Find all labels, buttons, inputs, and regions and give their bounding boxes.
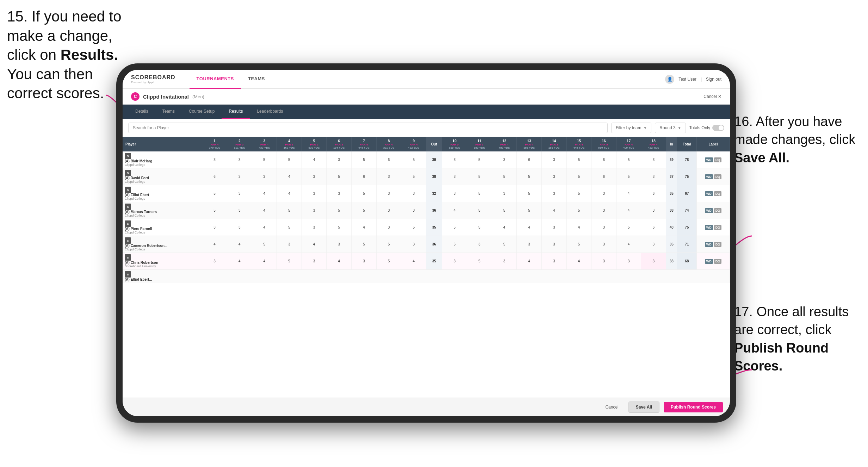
hole-score[interactable]: 3: [641, 151, 666, 168]
round-dropdown[interactable]: Round 3 ▼: [655, 123, 686, 133]
hole-score[interactable]: 5: [616, 151, 641, 168]
hole-score[interactable]: 4: [566, 219, 591, 236]
hole-score[interactable]: 3: [327, 185, 352, 202]
publish-round-scores-button[interactable]: Publish Round Scores: [664, 402, 723, 412]
hole-score[interactable]: 4: [227, 236, 252, 253]
wd-label[interactable]: WD: [705, 157, 713, 162]
hole-score[interactable]: 5: [566, 202, 591, 219]
hole-score[interactable]: 5: [401, 219, 426, 236]
hole-score[interactable]: 4: [277, 168, 302, 185]
hole-score[interactable]: 4: [352, 219, 377, 236]
dq-label[interactable]: DQ: [714, 174, 722, 179]
hole-score[interactable]: 5: [492, 168, 517, 185]
hole-score[interactable]: 4: [252, 202, 277, 219]
hole-score[interactable]: 6: [202, 168, 227, 185]
cancel-tournament-btn[interactable]: Cancel ✕: [703, 94, 721, 99]
hole-score[interactable]: 4: [517, 219, 542, 236]
hole-score[interactable]: 3: [376, 219, 401, 236]
hole-score[interactable]: 3: [376, 185, 401, 202]
hole-score[interactable]: 5: [467, 219, 492, 236]
wd-label[interactable]: WD: [705, 259, 713, 264]
hole-score[interactable]: 3: [376, 202, 401, 219]
hole-score[interactable]: 3: [401, 236, 426, 253]
wd-label[interactable]: WD: [705, 191, 713, 196]
hole-score[interactable]: 4: [252, 253, 277, 270]
tab-course-setup[interactable]: Course Setup: [182, 105, 222, 119]
hole-score[interactable]: 3: [641, 236, 666, 253]
hole-score[interactable]: 4: [202, 236, 227, 253]
dq-label[interactable]: DQ: [714, 191, 722, 196]
hole-score[interactable]: 3: [541, 168, 566, 185]
dq-label[interactable]: DQ: [714, 208, 722, 213]
hole-score[interactable]: 6: [641, 185, 666, 202]
hole-score[interactable]: 5: [566, 185, 591, 202]
wd-label[interactable]: WD: [705, 242, 713, 247]
hole-score[interactable]: 4: [252, 219, 277, 236]
hole-score[interactable]: 3: [227, 185, 252, 202]
hole-score[interactable]: 5: [327, 202, 352, 219]
hole-score[interactable]: 3: [302, 202, 327, 219]
hole-score[interactable]: 4: [616, 185, 641, 202]
hole-score[interactable]: 4: [566, 253, 591, 270]
hole-score[interactable]: 3: [442, 168, 467, 185]
hole-score[interactable]: 3: [227, 202, 252, 219]
hole-score[interactable]: 3: [541, 236, 566, 253]
hole-score[interactable]: 4: [492, 219, 517, 236]
hole-score[interactable]: 5: [277, 151, 302, 168]
hole-score[interactable]: 3: [227, 151, 252, 168]
hole-score[interactable]: 3: [641, 168, 666, 185]
hole-score[interactable]: 3: [302, 253, 327, 270]
hole-score[interactable]: 3: [327, 236, 352, 253]
hole-score[interactable]: 4: [327, 253, 352, 270]
hole-score[interactable]: 5: [616, 168, 641, 185]
hole-score[interactable]: 5: [401, 151, 426, 168]
hole-score[interactable]: 5: [352, 185, 377, 202]
hole-score[interactable]: 3: [302, 219, 327, 236]
sign-out-link[interactable]: Sign out: [706, 77, 721, 82]
hole-score[interactable]: 4: [252, 185, 277, 202]
hole-score[interactable]: 6: [517, 151, 542, 168]
hole-score[interactable]: 4: [302, 151, 327, 168]
toggle-switch[interactable]: [712, 125, 724, 131]
hole-score[interactable]: 3: [541, 185, 566, 202]
hole-score[interactable]: 5: [376, 253, 401, 270]
hole-score[interactable]: 3: [591, 185, 616, 202]
hole-score[interactable]: 3: [541, 253, 566, 270]
hole-score[interactable]: 3: [352, 253, 377, 270]
hole-score[interactable]: 3: [541, 151, 566, 168]
hole-score[interactable]: 5: [327, 219, 352, 236]
hole-score[interactable]: 4: [277, 185, 302, 202]
hole-score[interactable]: 5: [467, 168, 492, 185]
hole-score[interactable]: 5: [492, 202, 517, 219]
search-input[interactable]: [128, 123, 608, 133]
hole-score[interactable]: 3: [202, 253, 227, 270]
hole-score[interactable]: 3: [376, 168, 401, 185]
hole-score[interactable]: 5: [277, 219, 302, 236]
hole-score[interactable]: 5: [352, 236, 377, 253]
hole-score[interactable]: 5: [467, 185, 492, 202]
hole-score[interactable]: 6: [442, 236, 467, 253]
hole-score[interactable]: 4: [541, 202, 566, 219]
hole-score[interactable]: 5: [352, 202, 377, 219]
hole-score[interactable]: 3: [641, 202, 666, 219]
hole-score[interactable]: 5: [566, 236, 591, 253]
hole-score[interactable]: 3: [616, 253, 641, 270]
hole-score[interactable]: 6: [641, 219, 666, 236]
hole-score[interactable]: 5: [401, 168, 426, 185]
hole-score[interactable]: 5: [517, 202, 542, 219]
hole-score[interactable]: 6: [376, 151, 401, 168]
dq-label[interactable]: DQ: [714, 157, 722, 162]
hole-score[interactable]: 3: [591, 236, 616, 253]
hole-score[interactable]: 3: [442, 253, 467, 270]
hole-score[interactable]: 5: [467, 202, 492, 219]
hole-score[interactable]: 5: [566, 151, 591, 168]
hole-score[interactable]: 5: [467, 151, 492, 168]
hole-score[interactable]: 5: [492, 236, 517, 253]
dq-label[interactable]: DQ: [714, 259, 722, 264]
tab-leaderboards[interactable]: Leaderboards: [250, 105, 290, 119]
filter-by-team-dropdown[interactable]: Filter by team ▼: [611, 123, 652, 133]
hole-score[interactable]: 3: [641, 253, 666, 270]
hole-score[interactable]: 3: [467, 236, 492, 253]
hole-score[interactable]: 4: [442, 202, 467, 219]
hole-score[interactable]: 3: [302, 168, 327, 185]
